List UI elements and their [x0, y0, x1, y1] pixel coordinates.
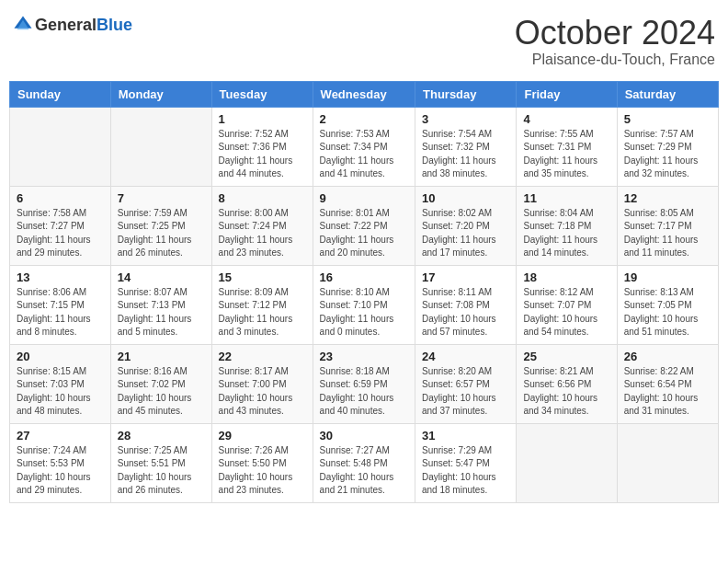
day-number: 31: [422, 429, 509, 442]
day-info: Sunrise: 8:21 AM Sunset: 6:56 PM Dayligh…: [523, 365, 609, 419]
calendar-cell: 8Sunrise: 8:00 AM Sunset: 7:24 PM Daylig…: [211, 186, 313, 265]
calendar-cell: 7Sunrise: 7:59 AM Sunset: 7:25 PM Daylig…: [110, 186, 211, 265]
day-info: Sunrise: 7:59 AM Sunset: 7:25 PM Dayligh…: [118, 207, 205, 260]
weekday-header-thursday: Thursday: [415, 81, 517, 107]
page-header: GeneralBlue October 2024 Plaisance-du-To…: [9, 9, 719, 74]
day-number: 23: [320, 350, 408, 363]
calendar-cell: 24Sunrise: 8:20 AM Sunset: 6:57 PM Dayli…: [415, 344, 517, 423]
day-number: 4: [523, 112, 609, 126]
day-number: 15: [219, 270, 306, 284]
calendar-week-row: 1Sunrise: 7:52 AM Sunset: 7:36 PM Daylig…: [10, 107, 719, 186]
calendar-cell: 9Sunrise: 8:01 AM Sunset: 7:22 PM Daylig…: [313, 186, 415, 265]
title-block: October 2024 Plaisance-du-Touch, France: [515, 15, 715, 68]
day-number: 30: [320, 429, 408, 442]
day-number: 3: [422, 112, 509, 126]
day-number: 17: [422, 270, 509, 284]
day-number: 9: [320, 191, 408, 205]
day-info: Sunrise: 7:27 AM Sunset: 5:48 PM Dayligh…: [320, 444, 408, 498]
calendar-table: SundayMondayTuesdayWednesdayThursdayFrid…: [9, 81, 719, 503]
day-info: Sunrise: 7:24 AM Sunset: 5:53 PM Dayligh…: [17, 444, 104, 498]
calendar-cell: 31Sunrise: 7:29 AM Sunset: 5:47 PM Dayli…: [415, 423, 517, 502]
day-info: Sunrise: 7:53 AM Sunset: 7:34 PM Dayligh…: [320, 128, 408, 181]
day-number: 6: [17, 191, 104, 205]
weekday-header-sunday: Sunday: [10, 81, 111, 107]
calendar-cell: 12Sunrise: 8:05 AM Sunset: 7:17 PM Dayli…: [617, 186, 718, 265]
calendar-cell: 16Sunrise: 8:10 AM Sunset: 7:10 PM Dayli…: [313, 265, 415, 344]
day-info: Sunrise: 8:22 AM Sunset: 6:54 PM Dayligh…: [624, 365, 711, 419]
day-number: 7: [118, 191, 205, 205]
day-info: Sunrise: 7:55 AM Sunset: 7:31 PM Dayligh…: [523, 128, 609, 181]
calendar-cell: 15Sunrise: 8:09 AM Sunset: 7:12 PM Dayli…: [211, 265, 313, 344]
day-info: Sunrise: 8:10 AM Sunset: 7:10 PM Dayligh…: [320, 286, 408, 339]
day-info: Sunrise: 7:25 AM Sunset: 5:51 PM Dayligh…: [118, 444, 205, 498]
day-number: 27: [17, 429, 104, 442]
logo-text-general: General: [35, 16, 97, 34]
day-number: 22: [219, 350, 306, 363]
logo-text-blue: Blue: [97, 16, 132, 34]
day-number: 19: [624, 270, 711, 284]
day-info: Sunrise: 8:13 AM Sunset: 7:05 PM Dayligh…: [624, 286, 711, 339]
day-info: Sunrise: 8:15 AM Sunset: 7:03 PM Dayligh…: [17, 365, 104, 419]
logo: GeneralBlue: [13, 15, 132, 35]
calendar-cell: 22Sunrise: 8:17 AM Sunset: 7:00 PM Dayli…: [211, 344, 313, 423]
day-info: Sunrise: 7:26 AM Sunset: 5:50 PM Dayligh…: [219, 444, 306, 498]
weekday-header-wednesday: Wednesday: [313, 81, 415, 107]
day-number: 16: [320, 270, 408, 284]
day-info: Sunrise: 8:04 AM Sunset: 7:18 PM Dayligh…: [523, 207, 609, 260]
calendar-cell: 17Sunrise: 8:11 AM Sunset: 7:08 PM Dayli…: [415, 265, 517, 344]
day-info: Sunrise: 8:05 AM Sunset: 7:17 PM Dayligh…: [624, 207, 711, 260]
month-title: October 2024: [515, 15, 715, 52]
calendar-cell: 28Sunrise: 7:25 AM Sunset: 5:51 PM Dayli…: [110, 423, 211, 502]
calendar-cell: 27Sunrise: 7:24 AM Sunset: 5:53 PM Dayli…: [10, 423, 111, 502]
day-info: Sunrise: 8:20 AM Sunset: 6:57 PM Dayligh…: [422, 365, 509, 419]
calendar-cell: 14Sunrise: 8:07 AM Sunset: 7:13 PM Dayli…: [110, 265, 211, 344]
calendar-cell: 3Sunrise: 7:54 AM Sunset: 7:32 PM Daylig…: [415, 107, 517, 186]
day-info: Sunrise: 8:07 AM Sunset: 7:13 PM Dayligh…: [118, 286, 205, 339]
day-info: Sunrise: 8:00 AM Sunset: 7:24 PM Dayligh…: [219, 207, 306, 260]
calendar-cell: 23Sunrise: 8:18 AM Sunset: 6:59 PM Dayli…: [313, 344, 415, 423]
day-number: 20: [17, 350, 104, 363]
calendar-cell: 29Sunrise: 7:26 AM Sunset: 5:50 PM Dayli…: [211, 423, 313, 502]
weekday-header-monday: Monday: [110, 81, 211, 107]
day-info: Sunrise: 7:58 AM Sunset: 7:27 PM Dayligh…: [17, 207, 104, 260]
calendar-week-row: 27Sunrise: 7:24 AM Sunset: 5:53 PM Dayli…: [10, 423, 719, 502]
day-number: 11: [523, 191, 609, 205]
calendar-cell: 10Sunrise: 8:02 AM Sunset: 7:20 PM Dayli…: [415, 186, 517, 265]
weekday-header-saturday: Saturday: [617, 81, 718, 107]
day-info: Sunrise: 8:11 AM Sunset: 7:08 PM Dayligh…: [422, 286, 509, 339]
calendar-cell: 21Sunrise: 8:16 AM Sunset: 7:02 PM Dayli…: [110, 344, 211, 423]
calendar-header-row: SundayMondayTuesdayWednesdayThursdayFrid…: [10, 81, 719, 107]
calendar-cell: 20Sunrise: 8:15 AM Sunset: 7:03 PM Dayli…: [10, 344, 111, 423]
day-number: 14: [118, 270, 205, 284]
calendar-cell: 30Sunrise: 7:27 AM Sunset: 5:48 PM Dayli…: [313, 423, 415, 502]
day-number: 26: [624, 350, 711, 363]
calendar-cell: 18Sunrise: 8:12 AM Sunset: 7:07 PM Dayli…: [517, 265, 617, 344]
day-info: Sunrise: 8:09 AM Sunset: 7:12 PM Dayligh…: [219, 286, 306, 339]
day-info: Sunrise: 7:57 AM Sunset: 7:29 PM Dayligh…: [624, 128, 711, 181]
day-info: Sunrise: 7:29 AM Sunset: 5:47 PM Dayligh…: [422, 444, 509, 498]
day-info: Sunrise: 8:02 AM Sunset: 7:20 PM Dayligh…: [422, 207, 509, 260]
day-number: 12: [624, 191, 711, 205]
day-info: Sunrise: 7:54 AM Sunset: 7:32 PM Dayligh…: [422, 128, 509, 181]
calendar-cell: 19Sunrise: 8:13 AM Sunset: 7:05 PM Dayli…: [617, 265, 718, 344]
calendar-cell: [110, 107, 211, 186]
calendar-cell: 13Sunrise: 8:06 AM Sunset: 7:15 PM Dayli…: [10, 265, 111, 344]
calendar-week-row: 6Sunrise: 7:58 AM Sunset: 7:27 PM Daylig…: [10, 186, 719, 265]
calendar-cell: 11Sunrise: 8:04 AM Sunset: 7:18 PM Dayli…: [517, 186, 617, 265]
day-number: 1: [219, 112, 306, 126]
day-number: 5: [624, 112, 711, 126]
day-info: Sunrise: 8:06 AM Sunset: 7:15 PM Dayligh…: [17, 286, 104, 339]
calendar-cell: [10, 107, 111, 186]
day-number: 25: [523, 350, 609, 363]
location-title: Plaisance-du-Touch, France: [515, 52, 715, 68]
day-info: Sunrise: 8:16 AM Sunset: 7:02 PM Dayligh…: [118, 365, 205, 419]
day-number: 13: [17, 270, 104, 284]
calendar-cell: 2Sunrise: 7:53 AM Sunset: 7:34 PM Daylig…: [313, 107, 415, 186]
day-number: 10: [422, 191, 509, 205]
day-number: 29: [219, 429, 306, 442]
weekday-header-friday: Friday: [517, 81, 617, 107]
calendar-week-row: 13Sunrise: 8:06 AM Sunset: 7:15 PM Dayli…: [10, 265, 719, 344]
day-number: 18: [523, 270, 609, 284]
calendar-cell: [517, 423, 617, 502]
day-info: Sunrise: 8:17 AM Sunset: 7:00 PM Dayligh…: [219, 365, 306, 419]
